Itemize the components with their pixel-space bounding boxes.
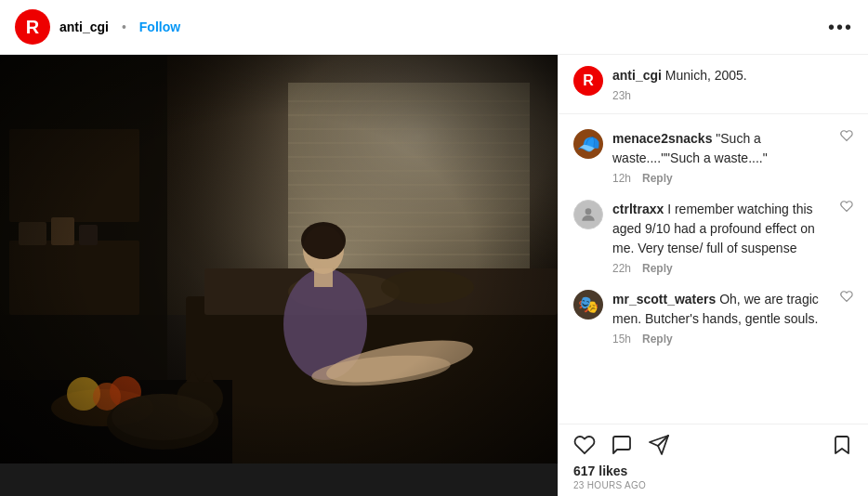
comment-meta-2: 15h Reply (612, 333, 831, 346)
comment-like-1[interactable] (840, 200, 853, 216)
comment-icon (611, 434, 633, 456)
heart-icon-1 (840, 200, 853, 213)
caption-text: anti_cgi Munich, 2005. (612, 66, 747, 85)
share-icon (648, 434, 670, 456)
comment-text-ctrltraxx: ctrltraxx I remember watching this aged … (612, 200, 831, 258)
comment-like-2[interactable] (840, 290, 853, 307)
main-content: R anti_cgi Munich, 2005. 23h 🧢 menace2sn… (0, 55, 868, 496)
actions-bar: 617 likes 23 HOURS AGO (559, 424, 868, 496)
comment-text-mr_scott_waters: mr_scott_waters Oh, we are tragic men. B… (612, 290, 831, 329)
comment-meta-1: 22h Reply (612, 262, 831, 275)
comment-item: ctrltraxx I remember watching this aged … (559, 192, 868, 282)
comment-body-ctrltraxx: ctrltraxx I remember watching this aged … (612, 200, 831, 275)
comment-time-2: 15h (612, 333, 631, 346)
more-options-button[interactable]: ••• (828, 17, 853, 38)
right-panel: R anti_cgi Munich, 2005. 23h 🧢 menace2sn… (558, 55, 868, 496)
comment-text-menace2snacks: menace2snacks "Such a waste....""Such a … (612, 129, 831, 168)
share-button[interactable] (648, 434, 670, 456)
comment-username-0[interactable]: menace2snacks (612, 131, 712, 146)
bookmark-icon (831, 434, 853, 456)
comment-avatar-menace2snacks[interactable]: 🧢 (573, 129, 603, 159)
caption-area: R anti_cgi Munich, 2005. 23h (559, 55, 868, 114)
comments-area: 🧢 menace2snacks "Such a waste....""Such … (559, 114, 868, 424)
post-header: R anti_cgi • Follow ••• (0, 0, 868, 55)
comment-avatar-mr_scott_waters[interactable]: 🎭 (573, 290, 603, 320)
comment-username-1[interactable]: ctrltraxx (612, 202, 664, 216)
reply-button-1[interactable]: Reply (642, 262, 673, 275)
post-timestamp: 23 HOURS AGO (573, 480, 853, 490)
comment-item: 🧢 menace2snacks "Such a waste....""Such … (559, 122, 868, 192)
reply-button-2[interactable]: Reply (642, 333, 673, 346)
comment-item: 🎭 mr_scott_waters Oh, we are tragic men.… (559, 282, 868, 353)
header-username[interactable]: anti_cgi (59, 20, 109, 34)
svg-point-44 (585, 208, 592, 215)
like-button[interactable] (573, 434, 596, 456)
action-icons (573, 434, 853, 456)
reply-button-0[interactable]: Reply (642, 172, 673, 185)
caption-avatar[interactable]: R (573, 66, 603, 96)
header-avatar[interactable]: R (15, 9, 50, 45)
post-image (0, 55, 558, 463)
comment-time-0: 12h (612, 172, 631, 185)
post-image-panel (0, 55, 558, 496)
heart-icon-0 (840, 129, 853, 142)
like-icon (573, 434, 596, 456)
likes-count: 617 likes (573, 463, 853, 478)
svg-rect-43 (0, 55, 558, 463)
comment-time-1: 22h (612, 262, 631, 275)
header-dot: • (122, 20, 126, 34)
bookmark-button[interactable] (831, 434, 853, 456)
comment-body-menace2snacks: menace2snacks "Such a waste....""Such a … (612, 129, 831, 185)
comment-username-2[interactable]: mr_scott_waters (612, 292, 716, 307)
comment-button[interactable] (611, 434, 633, 456)
comment-meta-0: 12h Reply (612, 172, 831, 185)
comment-like-0[interactable] (840, 129, 853, 146)
default-avatar-icon (579, 205, 598, 224)
heart-icon-2 (840, 290, 853, 303)
follow-button[interactable]: Follow (139, 20, 180, 34)
caption-body: anti_cgi Munich, 2005. 23h (612, 66, 747, 102)
comment-avatar-ctrltraxx[interactable] (573, 200, 603, 229)
caption-time: 23h (612, 89, 747, 102)
caption-username[interactable]: anti_cgi (612, 68, 662, 83)
comment-body-mr_scott_waters: mr_scott_waters Oh, we are tragic men. B… (612, 290, 831, 346)
caption-content: Munich, 2005. (665, 68, 747, 83)
